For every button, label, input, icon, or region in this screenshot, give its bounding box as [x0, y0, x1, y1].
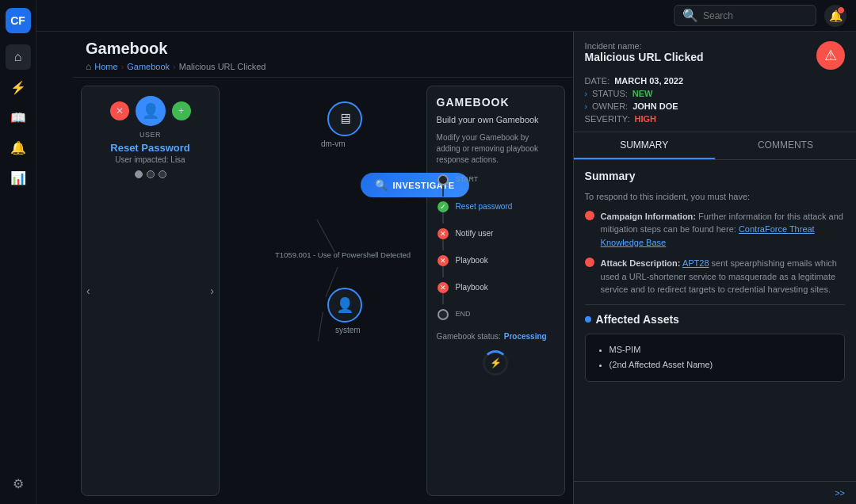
incident-name-value: Malicious URL Clicked	[585, 51, 704, 63]
incident-name-label: Incident name:	[585, 41, 704, 51]
alert-item-campaign: Campaign Information: Further informatio…	[585, 210, 845, 250]
breadcrumb-sep1: ›	[121, 62, 124, 71]
timeline-label-pb2: Playbook	[456, 282, 488, 292]
user-action-card: ‹ ✕ 👤 + USER Reset Password User impacte…	[81, 86, 220, 496]
apt28-link[interactable]: APT28	[682, 258, 709, 268]
search-input[interactable]	[703, 10, 808, 21]
timeline-label-start: START	[456, 174, 479, 183]
timeline-label-notify: Notify user	[456, 228, 494, 238]
alert-dot-red-1	[585, 211, 594, 220]
breadcrumb-home[interactable]: Home	[94, 62, 117, 71]
threat-kb-link[interactable]: ContraForce Threat Knowledge Base	[601, 224, 815, 247]
timeline: START ✓ Reset password ✕	[437, 172, 555, 323]
meta-severity-row: SEVERITY: HIGH	[585, 114, 845, 124]
tab-row: SUMMARY COMMENTS	[574, 132, 856, 160]
nav-gamebook[interactable]: 📖	[6, 105, 31, 130]
notification-bell[interactable]: 🔔	[824, 5, 846, 27]
processing-spinner	[483, 350, 508, 376]
page-header: Gamebook ⌂ Home › Gamebook › Malicious U…	[73, 32, 573, 78]
meta-owner-row: › OWNER: JOHN DOE	[585, 101, 845, 111]
section-divider	[585, 304, 845, 305]
top-bar: 🔍 🔔	[36, 0, 856, 32]
breadcrumb-current: Malicious URL Clicked	[179, 62, 266, 71]
app-logo: CF	[6, 8, 31, 33]
alert-text-attack: Attack Description: APT28 sent spearphis…	[601, 257, 845, 296]
asset-2: (2nd Affected Asset Name)	[610, 357, 833, 373]
date-value: MARCH 03, 2022	[614, 76, 683, 86]
severity-value: HIGH	[634, 114, 656, 124]
svg-line-2	[318, 311, 323, 342]
card-dots	[135, 170, 166, 178]
summary-section-title: Summary	[585, 170, 845, 182]
nav-incidents[interactable]: ⚡	[6, 74, 31, 100]
timeline-line-pb1	[442, 266, 444, 277]
search-icon: 🔍	[682, 8, 698, 23]
nav-reports[interactable]: 📊	[6, 165, 31, 190]
incident-meta: DATE: MARCH 03, 2022 › STATUS: NEW › OWN…	[585, 76, 845, 124]
incident-name-row: Incident name: Malicious URL Clicked ⚠	[585, 41, 845, 70]
timeline-label-pb1: Playbook	[456, 255, 488, 265]
alert-key-attack: Attack Description:	[601, 258, 681, 268]
nav-alerts[interactable]: 🔔	[6, 135, 31, 160]
meta-status-row: › STATUS: NEW	[585, 89, 845, 98]
assets-box: MS-PIM (2nd Affected Asset Name)	[585, 334, 845, 383]
gamebook-desc: Modify your Gamebook by adding or removi…	[437, 132, 555, 166]
timeline-dot-col-pb1: ✕	[437, 255, 449, 277]
assets-list: MS-PIM (2nd Affected Asset Name)	[597, 342, 833, 374]
search-box[interactable]: 🔍	[674, 5, 816, 26]
alert-text-campaign: Campaign Information: Further informatio…	[601, 210, 845, 250]
status-label: Gamebook status:	[437, 332, 501, 341]
dot-1	[135, 170, 143, 178]
timeline-dot-col-pb2: ✕	[437, 282, 449, 304]
timeline-item-end: END	[437, 307, 555, 323]
owner-chevron[interactable]: ›	[585, 102, 587, 111]
affected-title: Affected Assets	[596, 313, 679, 326]
timeline-line-notify	[442, 239, 444, 250]
timeline-dot-pb1: ✕	[438, 255, 449, 266]
timeline-label-end: END	[456, 309, 471, 318]
status-value: NEW	[632, 89, 653, 98]
tab-comments[interactable]: COMMENTS	[715, 132, 856, 159]
user-avatar: 👤	[136, 96, 166, 126]
more-button[interactable]: >>	[574, 481, 856, 504]
timeline-item-start: START	[437, 172, 555, 199]
timeline-dot-pb2: ✕	[438, 282, 449, 293]
svg-line-0	[317, 220, 335, 252]
nav-home[interactable]: ⌂	[6, 44, 31, 70]
timeline-dot-col-end	[437, 309, 449, 320]
date-key: DATE:	[585, 76, 610, 86]
breadcrumb: ⌂ Home › Gamebook › Malicious URL Clicke…	[86, 61, 560, 72]
app-sidebar: CF ⌂ ⚡ 📖 🔔 📊 ⚙	[0, 0, 36, 504]
dot-2	[147, 170, 155, 178]
home-icon: ⌂	[86, 61, 91, 72]
asset-1: MS-PIM	[610, 342, 833, 358]
affected-dot	[585, 316, 591, 323]
label-dm-vm: dm-vm	[321, 139, 346, 148]
timeline-dot-notify: ✕	[438, 228, 449, 239]
incident-header: Incident name: Malicious URL Clicked ⚠ D…	[574, 32, 856, 132]
owner-value: JOHN DOE	[632, 101, 678, 111]
meta-date-row: DATE: MARCH 03, 2022	[585, 76, 845, 86]
card-nav-left[interactable]: ‹	[86, 284, 90, 297]
label-system: system	[335, 326, 361, 334]
right-panel: Incident name: Malicious URL Clicked ⚠ D…	[573, 32, 856, 504]
timeline-dot-reset: ✓	[438, 201, 449, 212]
tab-summary[interactable]: SUMMARY	[574, 132, 715, 159]
owner-key: OWNER:	[592, 101, 628, 111]
timeline-item-notify: ✕ Notify user	[437, 226, 555, 253]
status-row: Gamebook status: Processing	[437, 332, 555, 341]
status-chevron[interactable]: ›	[585, 90, 587, 98]
powershell-label: T1059.001 - Use of Powershell Detected	[275, 250, 411, 259]
timeline-dot-end	[438, 309, 449, 320]
nav-settings[interactable]: ⚙	[6, 471, 31, 496]
alert-item-attack: Attack Description: APT28 sent spearphis…	[585, 257, 845, 296]
breadcrumb-gamebook[interactable]: Gamebook	[127, 62, 170, 71]
affected-title-row: Affected Assets	[585, 313, 845, 326]
gamebook-panel: GAMEBOOK Build your own Gamebook Modify …	[426, 86, 565, 496]
investigate-search-icon: 🔍	[375, 179, 388, 191]
card-nav-right[interactable]: ›	[210, 284, 214, 297]
graph-area: 🖥 dm-vm 🔍 InvesTigATE T1059.001 - Use of…	[227, 86, 418, 496]
main-content: Gamebook ⌂ Home › Gamebook › Malicious U…	[73, 32, 856, 504]
timeline-dot-col-start	[437, 174, 449, 197]
severity-key: SEVERITY:	[585, 114, 630, 124]
